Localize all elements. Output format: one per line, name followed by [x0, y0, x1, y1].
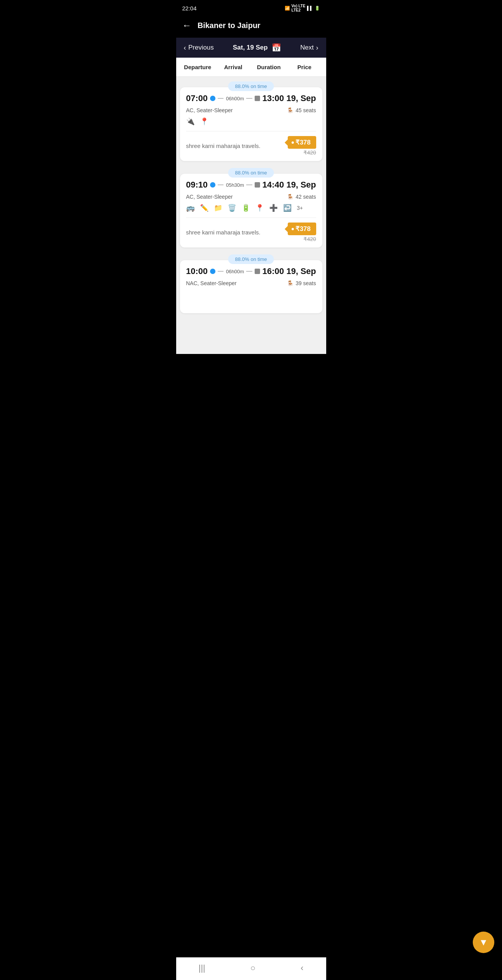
- next-date-button[interactable]: Next ›: [300, 44, 319, 52]
- amenity-charge-2: 🔋: [242, 204, 250, 212]
- seat-count-3: 39 seats: [296, 280, 316, 286]
- status-bar: 22:04 📶 Vo) LTELTE2 ▌▌ 🔋: [176, 0, 326, 15]
- time-row-1: 07:00 06h00m 13:00 19, Sep: [186, 93, 316, 103]
- price-amount-2: ₹378: [295, 225, 310, 233]
- square-arrive-1: [255, 96, 260, 101]
- lte-icon: Vo) LTELTE2: [292, 4, 305, 12]
- dot-depart-2: [210, 182, 215, 188]
- price-old-2: ₹420: [304, 236, 316, 242]
- seats-info-3: 🪑 39 seats: [287, 280, 316, 286]
- current-date: Sat, 19 Sep: [233, 44, 268, 51]
- col-price: Price: [287, 64, 322, 70]
- bus-card-3[interactable]: 10:00 06h00m 16:00 19, Sep NAC, Seater-S…: [180, 260, 322, 313]
- duration-2: 05h30m: [226, 182, 244, 188]
- bus-type-3: NAC, Seater-Sleeper: [186, 280, 237, 286]
- seat-row-1: AC, Seater-Sleeper 🪑 45 seats: [186, 107, 316, 113]
- status-time: 22:04: [182, 5, 197, 12]
- depart-time-1: 07:00: [186, 93, 208, 103]
- col-arrival: Arrival: [215, 64, 251, 70]
- signal-icon: ▌▌: [307, 6, 313, 10]
- time-row-3: 10:00 06h00m 16:00 19, Sep: [186, 266, 316, 276]
- bus-type-1: AC, Seater-Sleeper: [186, 107, 233, 113]
- seat-row-2: AC, Seater-Sleeper 🪑 42 seats: [186, 194, 316, 200]
- badge-row-1: 88.0% on time: [180, 81, 322, 91]
- col-duration: Duration: [251, 64, 287, 70]
- operator-1: shree karni maharaja travels.: [186, 143, 260, 149]
- amenity-location-2: 📍: [255, 204, 264, 212]
- bus-card-wrapper-2: 88.0% on time 09:10 05h30m 14:40 19, Sep…: [176, 163, 326, 250]
- header: ← Bikaner to Jaipur: [176, 15, 326, 38]
- route-line-2b: [246, 184, 252, 185]
- arrive-time-3: 16:00 19, Sep: [262, 266, 316, 276]
- duration-1: 06h00m: [226, 96, 244, 101]
- amenity-more-2: 3+: [297, 205, 303, 211]
- price-row-2: shree karni maharaja travels. ₹378 ₹420: [186, 223, 316, 242]
- price-row-1: shree karni maharaja travels. ₹378 ₹420: [186, 136, 316, 156]
- date-navigation: ‹ Previous Sat, 19 Sep 📅 Next ›: [176, 38, 326, 58]
- date-center: Sat, 19 Sep 📅: [233, 43, 281, 52]
- on-time-badge-3: 88.0% on time: [228, 254, 274, 264]
- depart-time-3: 10:00: [186, 266, 208, 276]
- back-button[interactable]: ←: [182, 20, 192, 31]
- col-departure: Departure: [180, 64, 216, 70]
- square-arrive-3: [255, 269, 260, 274]
- battery-icon: 🔋: [315, 6, 320, 11]
- on-time-badge-1: 88.0% on time: [228, 81, 274, 91]
- status-icons: 📶 Vo) LTELTE2 ▌▌ 🔋: [285, 4, 320, 12]
- seat-row-3: NAC, Seater-Sleeper 🪑 39 seats: [186, 280, 316, 286]
- price-block-1: ₹378 ₹420: [288, 136, 316, 156]
- badge-row-3: 88.0% on time: [180, 254, 322, 264]
- seat-icon-1: 🪑: [287, 107, 294, 113]
- route-line-2: [218, 184, 224, 185]
- bus-card-2[interactable]: 09:10 05h30m 14:40 19, Sep AC, Seater-Sl…: [180, 174, 322, 247]
- price-old-1: ₹420: [304, 149, 316, 156]
- chevron-right-icon: ›: [316, 44, 318, 52]
- badge-row-2: 88.0% on time: [180, 168, 322, 178]
- bus-type-2: AC, Seater-Sleeper: [186, 194, 233, 200]
- previous-date-button[interactable]: ‹ Previous: [184, 44, 214, 52]
- wifi-icon: 📶: [285, 6, 290, 11]
- operator-2: shree karni maharaja travels.: [186, 229, 260, 236]
- time-row-2: 09:10 05h30m 14:40 19, Sep: [186, 180, 316, 190]
- price-tag-2[interactable]: ₹378: [288, 223, 316, 235]
- dot-depart-3: [210, 269, 215, 274]
- amenity-return-2: ↩️: [283, 204, 292, 212]
- route-line-1b: [246, 98, 252, 99]
- on-time-badge-2: 88.0% on time: [228, 168, 274, 178]
- amenity-trash-2: 🗑️: [228, 204, 236, 212]
- arrive-time-2: 14:40 19, Sep: [262, 180, 316, 190]
- amenity-location-1: 📍: [200, 117, 208, 126]
- bus-card-1[interactable]: 07:00 06h00m 13:00 19, Sep AC, Seater-Sl…: [180, 87, 322, 161]
- seats-info-2: 🪑 42 seats: [287, 194, 316, 200]
- seat-count-2: 42 seats: [296, 194, 316, 200]
- dot-depart-1: [210, 96, 215, 101]
- amenity-wifi-2: ✏️: [200, 204, 208, 212]
- card-divider-1: [186, 131, 316, 131]
- amenity-boarding-2: 🚌: [186, 204, 195, 212]
- seat-icon-2: 🪑: [287, 194, 294, 200]
- seat-count-1: 45 seats: [296, 107, 316, 113]
- seat-icon-3: 🪑: [287, 280, 294, 286]
- duration-3: 06h00m: [226, 269, 244, 274]
- route-line-3b: [246, 271, 252, 272]
- price-tag-1[interactable]: ₹378: [288, 136, 316, 149]
- table-header: Departure Arrival Duration Price: [176, 58, 326, 77]
- amenity-power-1: 🔌: [186, 117, 195, 126]
- depart-time-2: 09:10: [186, 180, 208, 190]
- card-divider-2: [186, 218, 316, 218]
- amenity-plus-2: ➕: [269, 204, 278, 212]
- price-dot-1: [292, 141, 294, 144]
- seats-info-1: 🪑 45 seats: [287, 107, 316, 113]
- route-line-1: [218, 98, 224, 99]
- bus-card-wrapper-3: 88.0% on time 10:00 06h00m 16:00 19, Sep…: [176, 250, 326, 316]
- chevron-left-icon: ‹: [184, 44, 186, 52]
- price-amount-1: ₹378: [295, 138, 310, 146]
- next-label: Next: [300, 44, 314, 51]
- calendar-icon[interactable]: 📅: [272, 43, 281, 52]
- amenity-folder-2: 📁: [214, 204, 222, 212]
- bus-card-wrapper-1: 88.0% on time 07:00 06h00m 13:00 19, Sep…: [176, 77, 326, 163]
- page-title: Bikaner to Jaipur: [198, 21, 260, 30]
- previous-label: Previous: [188, 44, 214, 51]
- main-content: Departure Arrival Duration Price 88.0% o…: [176, 58, 326, 354]
- arrive-time-1: 13:00 19, Sep: [262, 93, 316, 103]
